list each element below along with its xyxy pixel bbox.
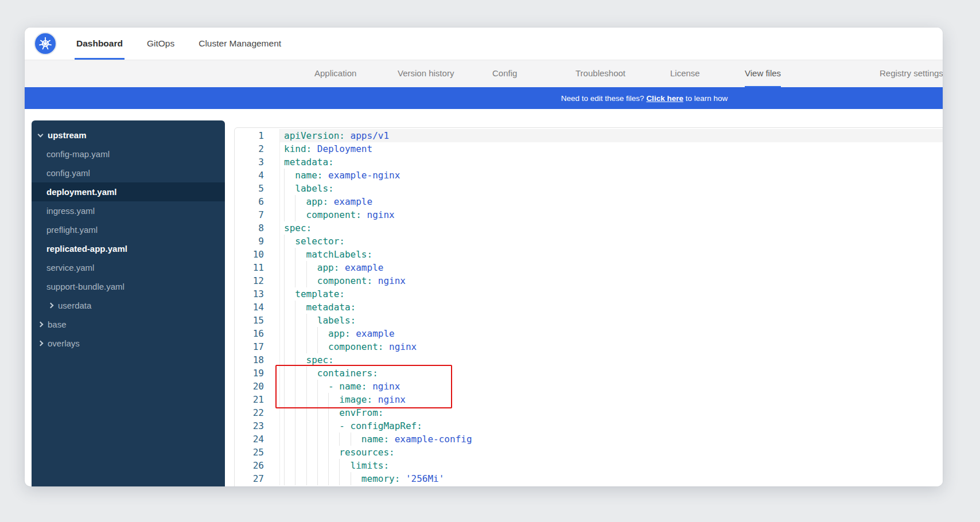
code-line-content: - configMapRef: xyxy=(280,419,943,433)
file-tree-item-deployment-yaml[interactable]: deployment.yaml xyxy=(32,182,225,201)
yaml-key: component: xyxy=(317,275,372,286)
line-number: 15 xyxy=(235,314,280,327)
code-line-content: app: example xyxy=(280,195,943,208)
file-tree-label: config-map.yaml xyxy=(46,149,110,159)
indent-guide xyxy=(284,406,285,419)
tab-config[interactable]: Config xyxy=(492,60,517,87)
yaml-key: labels: xyxy=(295,183,333,194)
indent-guide xyxy=(284,419,285,433)
line-number: 12 xyxy=(235,274,280,287)
code-line: 23- configMapRef: xyxy=(235,419,943,433)
tab-view-files[interactable]: View files xyxy=(745,60,781,87)
indent-guide xyxy=(284,393,285,406)
top-tab-cluster-management[interactable]: Cluster Management xyxy=(197,28,283,60)
line-number: 16 xyxy=(235,327,280,340)
line-number: 21 xyxy=(235,393,280,406)
code-lines: 1apiVersion: apps/v12kind: Deployment3me… xyxy=(235,128,943,485)
top-tab-gitops[interactable]: GitOps xyxy=(145,28,176,60)
line-number: 9 xyxy=(235,235,280,248)
code-line: 26limits: xyxy=(235,459,943,472)
indent-guide xyxy=(339,459,340,472)
file-tree-item-preflight-yaml[interactable]: preflight.yaml xyxy=(32,220,225,239)
indent-guide xyxy=(295,301,295,314)
file-tree-item-config-map-yaml[interactable]: config-map.yaml xyxy=(32,145,225,163)
file-tree: upstreamconfig-map.yamlconfig.yamldeploy… xyxy=(32,120,225,486)
indent-guide xyxy=(306,261,307,274)
line-number: 19 xyxy=(235,367,280,380)
code-line-content: labels: xyxy=(280,182,943,195)
yaml-value: Deployment xyxy=(312,143,372,154)
code-line-content: resources: xyxy=(280,446,943,459)
tab-license[interactable]: License xyxy=(670,60,700,87)
indent-guide xyxy=(328,433,329,446)
code-line-content: app: example xyxy=(280,327,943,340)
line-number: 13 xyxy=(235,287,280,301)
yaml-key: component: xyxy=(328,341,383,352)
indent-guide xyxy=(284,433,285,446)
line-number: 23 xyxy=(235,419,280,433)
code-line: 20- name: nginx xyxy=(235,380,943,393)
file-tree-item-base[interactable]: base xyxy=(32,315,225,334)
indent-guide xyxy=(284,274,285,287)
yaml-key: resources: xyxy=(339,447,394,458)
tab-version-history[interactable]: Version history xyxy=(398,60,454,87)
tab-registry-settings[interactable]: Registry settings xyxy=(880,60,943,87)
tab-application[interactable]: Application xyxy=(314,60,356,87)
code-line: 15labels: xyxy=(235,314,943,327)
code-line-content: metadata: xyxy=(280,301,943,314)
click-here-link[interactable]: Click here xyxy=(646,94,683,103)
yaml-key: spec: xyxy=(306,355,334,365)
indent-guide xyxy=(306,340,307,353)
file-tree-label: userdata xyxy=(58,301,91,310)
indent-guide xyxy=(306,327,307,340)
line-number: 2 xyxy=(235,142,280,155)
indent-guide xyxy=(284,314,285,327)
indent-guide xyxy=(295,459,295,472)
yaml-dash: - xyxy=(328,381,339,392)
indent-guide xyxy=(295,367,295,380)
indent-guide xyxy=(317,472,318,485)
code-line-content: apiVersion: apps/v1 xyxy=(280,129,943,142)
line-number: 22 xyxy=(235,406,280,419)
yaml-key: image: xyxy=(339,394,372,405)
file-tree-item-service-yaml[interactable]: service.yaml xyxy=(32,258,225,277)
file-tree-item-overlays[interactable]: overlays xyxy=(32,334,225,353)
yaml-key: kind: xyxy=(284,143,312,154)
file-tree-item-config-yaml[interactable]: config.yaml xyxy=(32,163,225,182)
yaml-value: '256Mi' xyxy=(400,473,444,484)
file-tree-item-support-bundle-yaml[interactable]: support-bundle.yaml xyxy=(32,277,225,296)
chevron-down-icon xyxy=(38,131,44,137)
yaml-value: example xyxy=(328,196,372,207)
code-line-content: name: example-config xyxy=(280,433,943,446)
yaml-value: nginx xyxy=(383,341,417,352)
code-line: 12component: nginx xyxy=(235,274,943,287)
file-tree-label: overlays xyxy=(48,338,80,348)
indent-guide xyxy=(339,433,340,446)
code-editor[interactable]: 1apiVersion: apps/v12kind: Deployment3me… xyxy=(234,127,943,486)
chevron-right-icon xyxy=(38,341,44,346)
yaml-key: memory: xyxy=(361,473,400,484)
file-tree-item-upstream[interactable]: upstream xyxy=(32,126,225,145)
code-line: 22envFrom: xyxy=(235,406,943,419)
yaml-key: selector: xyxy=(295,236,345,247)
file-tree-item-userdata[interactable]: userdata xyxy=(32,296,225,315)
code-line-content: envFrom: xyxy=(280,406,943,419)
file-tree-item-ingress-yaml[interactable]: ingress.yaml xyxy=(32,201,225,220)
tab-troubleshoot[interactable]: Troubleshoot xyxy=(575,60,625,87)
code-line-content: component: nginx xyxy=(280,340,943,353)
code-line: 25resources: xyxy=(235,446,943,459)
indent-guide xyxy=(295,248,295,261)
yaml-key: envFrom: xyxy=(339,407,383,418)
indent-guide xyxy=(306,274,307,287)
code-line-content: kind: Deployment xyxy=(280,142,943,155)
yaml-key: apiVersion: xyxy=(284,130,345,141)
line-number: 17 xyxy=(235,340,280,353)
helm-wheel-icon xyxy=(38,36,53,51)
indent-guide xyxy=(295,380,295,393)
line-number: 25 xyxy=(235,446,280,459)
code-line: 21image: nginx xyxy=(235,393,943,406)
top-tab-dashboard[interactable]: Dashboard xyxy=(75,28,125,60)
file-tree-item-replicated-app-yaml[interactable]: replicated-app.yaml xyxy=(32,239,225,258)
code-line-content: component: nginx xyxy=(280,208,943,221)
yaml-dash: - xyxy=(339,420,350,431)
